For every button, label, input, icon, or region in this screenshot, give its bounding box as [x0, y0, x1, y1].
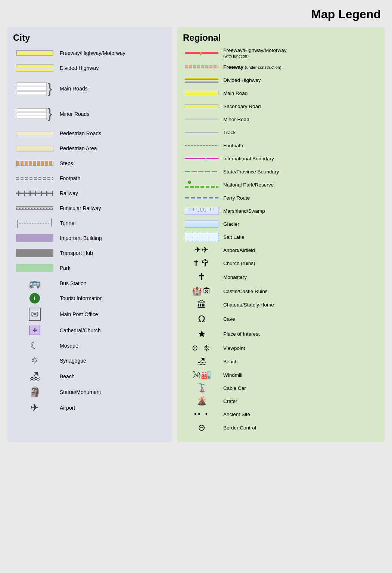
list-item: Pedestrian Roads — [13, 128, 166, 139]
cathedral-symbol: ✚ — [13, 326, 56, 335]
reg-minor-road-symbol — [183, 118, 220, 120]
reg-salt-lake-icon: · · · · · — [185, 233, 218, 241]
list-item: 🚌 Bus Station — [13, 277, 166, 289]
main-roads-group: } — [17, 82, 52, 95]
important-bldg-symbol — [13, 234, 56, 242]
tunnel-brace-left: } — [17, 218, 18, 228]
airport-city-label: Airport — [56, 405, 166, 411]
reg-footpath-icon — [185, 145, 218, 146]
beach-icon: 🏖 — [29, 370, 40, 382]
post-label: Main Post Office — [56, 311, 166, 317]
reg-place-symbol: ★ — [183, 328, 220, 340]
footpath-lines — [16, 177, 53, 180]
list-item: Funicular Railway — [13, 203, 166, 214]
minor-road-line3 — [17, 116, 47, 119]
bus-symbol: 🚌 — [13, 277, 56, 289]
list-item: ✈ Airport — [13, 401, 166, 414]
list-item: ~ ~ ~ Marshland/Swamp — [183, 206, 379, 216]
reg-viewpoint-label: Viewpoint — [220, 345, 379, 351]
reg-marsh-symbol: ~ ~ ~ — [183, 207, 220, 215]
reg-salt-lake-label: Salt Lake — [220, 234, 379, 240]
reg-freeway-uc-icon — [185, 65, 218, 68]
transport-hub-symbol — [13, 249, 56, 257]
regional-section-title: Regional — [183, 33, 379, 43]
regional-panel: Regional Freeway/Highway/Motorway (with … — [177, 27, 385, 442]
minor-roads-brace: } — [47, 108, 52, 119]
main-road-line3 — [17, 91, 47, 95]
reg-intl-boundary-icon — [185, 157, 218, 160]
ped-area-icon — [16, 145, 53, 152]
ped-area-label: Pedestrian Area — [56, 145, 166, 151]
list-item: Ferry Route — [183, 193, 379, 203]
main-roads-label: Main Roads — [56, 86, 166, 92]
reg-place-label: Place of Interest — [220, 331, 379, 337]
reg-viewpoint-symbol: ❊ ❊ — [183, 344, 220, 352]
railway-symbol-wrap — [13, 191, 56, 196]
reg-secondary-icon — [185, 104, 218, 108]
reg-divided-symbol — [183, 78, 220, 83]
reg-crater-label: Crater — [220, 398, 379, 404]
reg-state-symbol — [183, 171, 220, 172]
bus-label: Bus Station — [56, 280, 166, 286]
main-roads-lines — [17, 82, 47, 95]
reg-state-label: State/Province Boundary — [220, 169, 379, 175]
reg-cave-icon: Ω — [198, 313, 205, 325]
ped-roads-label: Pedestrian Roads — [56, 130, 166, 136]
main-road-line1 — [17, 82, 47, 86]
list-item: 🌬🏭 Windmill — [183, 370, 379, 380]
reg-intl-boundary-line — [185, 158, 218, 159]
funicular-icon — [16, 206, 53, 211]
steps-icon — [16, 161, 53, 166]
freeway-label: Freeway/Highway/Motorway — [56, 50, 166, 56]
synagogue-symbol: ✡ — [13, 355, 56, 366]
reg-secondary-symbol — [183, 104, 220, 108]
reg-ferry-symbol — [183, 197, 220, 198]
airport-city-symbol: ✈ — [13, 401, 56, 414]
list-item: } Main Roads — [13, 77, 166, 100]
reg-beach-label: Beach — [220, 359, 379, 364]
reg-freeway-uc-label: Freeway (under construction) — [220, 64, 379, 70]
mosque-label: Mosque — [56, 343, 166, 349]
railway-icon — [16, 191, 53, 196]
reg-beach-icon: 🏖 — [197, 356, 206, 367]
reg-glacier-icon — [185, 220, 218, 228]
reg-freeway-label: Freeway/Highway/Motorway (with junction) — [220, 47, 379, 59]
freeway-road-icon — [16, 50, 53, 56]
list-item: Track — [183, 127, 379, 137]
steps-symbol — [13, 161, 56, 166]
cathedral-label: Cathedral/Church — [56, 327, 166, 333]
footpath-label: Footpath — [56, 175, 166, 181]
funicular-mid — [16, 208, 53, 209]
funicular-bottom — [16, 209, 53, 210]
reg-freeway-icon — [185, 50, 218, 56]
list-item: Glacier — [183, 219, 379, 229]
list-item: Footpath — [13, 173, 166, 184]
reg-ancient-symbol: •• • — [183, 410, 220, 418]
list-item: Transport Hub — [13, 247, 166, 259]
ped-road-icon — [16, 132, 53, 135]
mosque-icon: ☾ — [30, 340, 39, 351]
reg-castle-symbol: 🏰🏚 — [183, 286, 220, 296]
reg-divided-top — [185, 78, 218, 80]
steps-label: Steps — [56, 160, 166, 166]
minor-roads-symbol: } — [13, 108, 56, 119]
list-item: 🏖 Beach — [183, 356, 379, 367]
reg-np-line — [185, 186, 218, 188]
list-item: } Minor Roads — [13, 104, 166, 124]
list-item: Freeway/Highway/Motorway (with junction) — [183, 47, 379, 59]
tunnel-dotted-line — [19, 223, 50, 224]
list-item: Steps — [13, 158, 166, 169]
statue-label: Statue/Monument — [56, 389, 166, 395]
reg-glacier-label: Glacier — [220, 221, 379, 227]
freeway-symbol — [13, 50, 56, 56]
footpath-line1 — [16, 177, 53, 178]
funicular-symbol-wrap — [13, 206, 56, 211]
transport-hub-icon — [16, 249, 53, 257]
city-section-title: City — [13, 33, 166, 43]
reg-ancient-label: Ancient Site — [220, 412, 379, 417]
list-item: ✡ Synagogue — [13, 355, 166, 366]
reg-ferry-label: Ferry Route — [220, 195, 379, 201]
reg-freeway-uc-symbol — [183, 65, 220, 68]
reg-chateau-symbol: 🏛 — [183, 299, 220, 310]
list-item: · · · · · Salt Lake — [183, 232, 379, 242]
